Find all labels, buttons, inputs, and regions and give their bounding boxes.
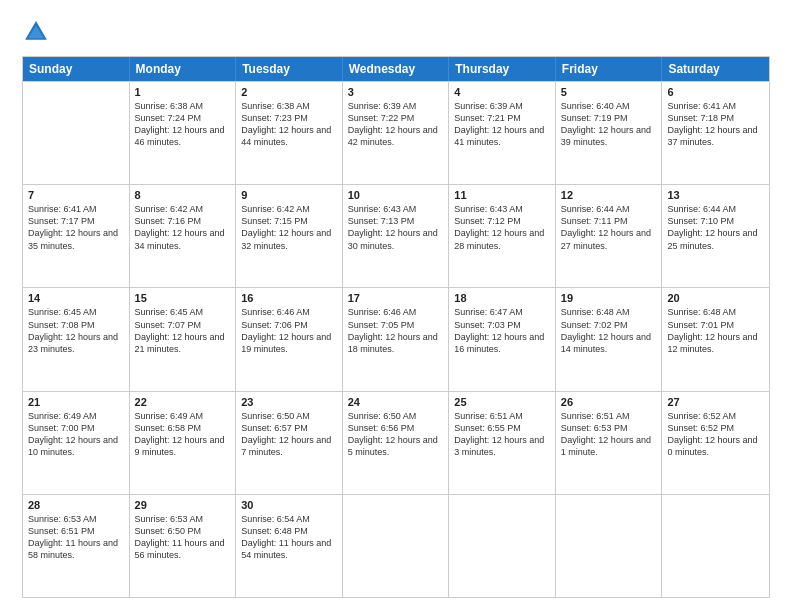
empty-cell (23, 82, 130, 184)
cal-row-0: 1Sunrise: 6:38 AM Sunset: 7:24 PM Daylig… (23, 81, 769, 184)
page: SundayMondayTuesdayWednesdayThursdayFrid… (0, 0, 792, 612)
day-number: 27 (667, 396, 764, 408)
weekday-header-friday: Friday (556, 57, 663, 81)
day-info: Sunrise: 6:46 AM Sunset: 7:06 PM Dayligh… (241, 306, 337, 355)
day-info: Sunrise: 6:53 AM Sunset: 6:51 PM Dayligh… (28, 513, 124, 562)
calendar-body: 1Sunrise: 6:38 AM Sunset: 7:24 PM Daylig… (23, 81, 769, 597)
day-info: Sunrise: 6:47 AM Sunset: 7:03 PM Dayligh… (454, 306, 550, 355)
day-number: 12 (561, 189, 657, 201)
day-number: 20 (667, 292, 764, 304)
day-number: 17 (348, 292, 444, 304)
day-info: Sunrise: 6:50 AM Sunset: 6:57 PM Dayligh… (241, 410, 337, 459)
day-info: Sunrise: 6:42 AM Sunset: 7:15 PM Dayligh… (241, 203, 337, 252)
calendar-header-row: SundayMondayTuesdayWednesdayThursdayFrid… (23, 57, 769, 81)
empty-cell (556, 495, 663, 597)
day-info: Sunrise: 6:40 AM Sunset: 7:19 PM Dayligh… (561, 100, 657, 149)
day-info: Sunrise: 6:52 AM Sunset: 6:52 PM Dayligh… (667, 410, 764, 459)
day-cell-2: 2Sunrise: 6:38 AM Sunset: 7:23 PM Daylig… (236, 82, 343, 184)
day-number: 29 (135, 499, 231, 511)
weekday-header-thursday: Thursday (449, 57, 556, 81)
day-info: Sunrise: 6:44 AM Sunset: 7:10 PM Dayligh… (667, 203, 764, 252)
day-info: Sunrise: 6:42 AM Sunset: 7:16 PM Dayligh… (135, 203, 231, 252)
day-number: 10 (348, 189, 444, 201)
cal-row-2: 14Sunrise: 6:45 AM Sunset: 7:08 PM Dayli… (23, 287, 769, 390)
day-info: Sunrise: 6:45 AM Sunset: 7:08 PM Dayligh… (28, 306, 124, 355)
day-cell-15: 15Sunrise: 6:45 AM Sunset: 7:07 PM Dayli… (130, 288, 237, 390)
cal-row-4: 28Sunrise: 6:53 AM Sunset: 6:51 PM Dayli… (23, 494, 769, 597)
day-cell-27: 27Sunrise: 6:52 AM Sunset: 6:52 PM Dayli… (662, 392, 769, 494)
day-cell-6: 6Sunrise: 6:41 AM Sunset: 7:18 PM Daylig… (662, 82, 769, 184)
day-cell-16: 16Sunrise: 6:46 AM Sunset: 7:06 PM Dayli… (236, 288, 343, 390)
day-cell-18: 18Sunrise: 6:47 AM Sunset: 7:03 PM Dayli… (449, 288, 556, 390)
day-cell-23: 23Sunrise: 6:50 AM Sunset: 6:57 PM Dayli… (236, 392, 343, 494)
day-info: Sunrise: 6:45 AM Sunset: 7:07 PM Dayligh… (135, 306, 231, 355)
day-info: Sunrise: 6:46 AM Sunset: 7:05 PM Dayligh… (348, 306, 444, 355)
day-info: Sunrise: 6:53 AM Sunset: 6:50 PM Dayligh… (135, 513, 231, 562)
day-cell-14: 14Sunrise: 6:45 AM Sunset: 7:08 PM Dayli… (23, 288, 130, 390)
day-number: 15 (135, 292, 231, 304)
weekday-header-wednesday: Wednesday (343, 57, 450, 81)
day-cell-17: 17Sunrise: 6:46 AM Sunset: 7:05 PM Dayli… (343, 288, 450, 390)
day-number: 26 (561, 396, 657, 408)
empty-cell (343, 495, 450, 597)
day-info: Sunrise: 6:51 AM Sunset: 6:55 PM Dayligh… (454, 410, 550, 459)
day-cell-7: 7Sunrise: 6:41 AM Sunset: 7:17 PM Daylig… (23, 185, 130, 287)
day-cell-21: 21Sunrise: 6:49 AM Sunset: 7:00 PM Dayli… (23, 392, 130, 494)
day-cell-28: 28Sunrise: 6:53 AM Sunset: 6:51 PM Dayli… (23, 495, 130, 597)
day-cell-9: 9Sunrise: 6:42 AM Sunset: 7:15 PM Daylig… (236, 185, 343, 287)
weekday-header-tuesday: Tuesday (236, 57, 343, 81)
day-info: Sunrise: 6:48 AM Sunset: 7:02 PM Dayligh… (561, 306, 657, 355)
day-number: 6 (667, 86, 764, 98)
day-cell-3: 3Sunrise: 6:39 AM Sunset: 7:22 PM Daylig… (343, 82, 450, 184)
day-cell-10: 10Sunrise: 6:43 AM Sunset: 7:13 PM Dayli… (343, 185, 450, 287)
day-cell-24: 24Sunrise: 6:50 AM Sunset: 6:56 PM Dayli… (343, 392, 450, 494)
logo (22, 18, 54, 46)
day-cell-19: 19Sunrise: 6:48 AM Sunset: 7:02 PM Dayli… (556, 288, 663, 390)
day-number: 16 (241, 292, 337, 304)
day-number: 30 (241, 499, 337, 511)
day-cell-22: 22Sunrise: 6:49 AM Sunset: 6:58 PM Dayli… (130, 392, 237, 494)
day-number: 8 (135, 189, 231, 201)
day-cell-5: 5Sunrise: 6:40 AM Sunset: 7:19 PM Daylig… (556, 82, 663, 184)
weekday-header-saturday: Saturday (662, 57, 769, 81)
day-cell-12: 12Sunrise: 6:44 AM Sunset: 7:11 PM Dayli… (556, 185, 663, 287)
empty-cell (449, 495, 556, 597)
day-cell-1: 1Sunrise: 6:38 AM Sunset: 7:24 PM Daylig… (130, 82, 237, 184)
day-info: Sunrise: 6:51 AM Sunset: 6:53 PM Dayligh… (561, 410, 657, 459)
day-cell-20: 20Sunrise: 6:48 AM Sunset: 7:01 PM Dayli… (662, 288, 769, 390)
day-cell-8: 8Sunrise: 6:42 AM Sunset: 7:16 PM Daylig… (130, 185, 237, 287)
day-number: 9 (241, 189, 337, 201)
weekday-header-monday: Monday (130, 57, 237, 81)
day-number: 4 (454, 86, 550, 98)
day-cell-29: 29Sunrise: 6:53 AM Sunset: 6:50 PM Dayli… (130, 495, 237, 597)
day-info: Sunrise: 6:41 AM Sunset: 7:17 PM Dayligh… (28, 203, 124, 252)
day-info: Sunrise: 6:48 AM Sunset: 7:01 PM Dayligh… (667, 306, 764, 355)
header (22, 18, 770, 46)
day-info: Sunrise: 6:49 AM Sunset: 7:00 PM Dayligh… (28, 410, 124, 459)
day-info: Sunrise: 6:43 AM Sunset: 7:12 PM Dayligh… (454, 203, 550, 252)
day-number: 23 (241, 396, 337, 408)
day-info: Sunrise: 6:39 AM Sunset: 7:22 PM Dayligh… (348, 100, 444, 149)
day-number: 19 (561, 292, 657, 304)
day-info: Sunrise: 6:38 AM Sunset: 7:24 PM Dayligh… (135, 100, 231, 149)
day-info: Sunrise: 6:49 AM Sunset: 6:58 PM Dayligh… (135, 410, 231, 459)
day-number: 3 (348, 86, 444, 98)
day-number: 13 (667, 189, 764, 201)
day-cell-25: 25Sunrise: 6:51 AM Sunset: 6:55 PM Dayli… (449, 392, 556, 494)
day-number: 22 (135, 396, 231, 408)
calendar: SundayMondayTuesdayWednesdayThursdayFrid… (22, 56, 770, 598)
day-number: 28 (28, 499, 124, 511)
day-number: 14 (28, 292, 124, 304)
day-number: 5 (561, 86, 657, 98)
day-info: Sunrise: 6:39 AM Sunset: 7:21 PM Dayligh… (454, 100, 550, 149)
day-cell-13: 13Sunrise: 6:44 AM Sunset: 7:10 PM Dayli… (662, 185, 769, 287)
day-info: Sunrise: 6:43 AM Sunset: 7:13 PM Dayligh… (348, 203, 444, 252)
day-info: Sunrise: 6:50 AM Sunset: 6:56 PM Dayligh… (348, 410, 444, 459)
weekday-header-sunday: Sunday (23, 57, 130, 81)
day-number: 2 (241, 86, 337, 98)
day-number: 21 (28, 396, 124, 408)
empty-cell (662, 495, 769, 597)
day-number: 25 (454, 396, 550, 408)
day-cell-26: 26Sunrise: 6:51 AM Sunset: 6:53 PM Dayli… (556, 392, 663, 494)
day-cell-11: 11Sunrise: 6:43 AM Sunset: 7:12 PM Dayli… (449, 185, 556, 287)
